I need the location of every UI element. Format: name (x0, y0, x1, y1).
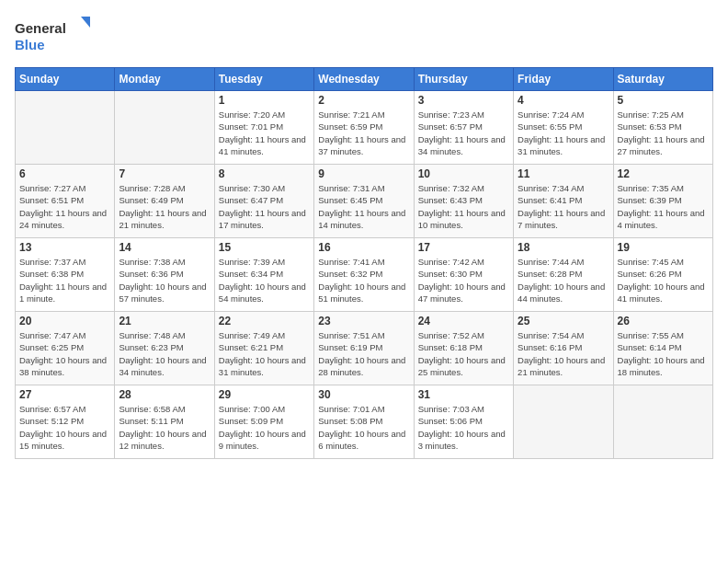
day-info: Sunrise: 7:48 AMSunset: 6:23 PMDaylight:… (119, 329, 210, 378)
day-number: 7 (119, 167, 210, 180)
day-info: Sunrise: 7:52 AMSunset: 6:18 PMDaylight:… (418, 329, 509, 378)
svg-marker-1 (81, 17, 90, 28)
day-info: Sunrise: 7:03 AMSunset: 5:06 PMDaylight:… (418, 403, 509, 452)
calendar-cell: 20 Sunrise: 7:47 AMSunset: 6:25 PMDaylig… (16, 312, 115, 385)
calendar-cell: 1 Sunrise: 7:20 AMSunset: 7:01 PMDayligh… (214, 91, 313, 165)
day-info: Sunrise: 7:32 AMSunset: 6:43 PMDaylight:… (418, 182, 509, 231)
day-info: Sunrise: 6:58 AMSunset: 5:11 PMDaylight:… (119, 403, 210, 452)
calendar-cell (115, 91, 214, 165)
day-number: 28 (119, 388, 210, 401)
day-number: 25 (518, 315, 609, 327)
calendar-cell: 12 Sunrise: 7:35 AMSunset: 6:39 PMDaylig… (613, 165, 712, 238)
day-number: 22 (219, 315, 310, 327)
header-row: SundayMondayTuesdayWednesdayThursdayFrid… (16, 68, 713, 91)
day-info: Sunrise: 6:57 AMSunset: 5:12 PMDaylight:… (19, 403, 110, 452)
calendar-cell: 2 Sunrise: 7:21 AMSunset: 6:59 PMDayligh… (314, 91, 414, 165)
day-info: Sunrise: 7:55 AMSunset: 6:14 PMDaylight:… (618, 329, 709, 378)
day-info: Sunrise: 7:00 AMSunset: 5:09 PMDaylight:… (219, 403, 310, 452)
calendar-cell: 21 Sunrise: 7:48 AMSunset: 6:23 PMDaylig… (115, 312, 214, 385)
day-info: Sunrise: 7:24 AMSunset: 6:55 PMDaylight:… (518, 109, 609, 157)
day-number: 10 (418, 167, 509, 180)
day-info: Sunrise: 7:28 AMSunset: 6:49 PMDaylight:… (119, 182, 210, 231)
calendar-cell: 3 Sunrise: 7:23 AMSunset: 6:57 PMDayligh… (414, 91, 513, 165)
col-header-wednesday: Wednesday (314, 68, 414, 91)
calendar-cell: 28 Sunrise: 6:58 AMSunset: 5:11 PMDaylig… (115, 385, 214, 459)
calendar-cell (613, 385, 712, 459)
day-number: 12 (618, 167, 709, 180)
day-info: Sunrise: 7:30 AMSunset: 6:47 PMDaylight:… (219, 182, 310, 231)
day-info: Sunrise: 7:47 AMSunset: 6:25 PMDaylight:… (19, 329, 110, 378)
day-info: Sunrise: 7:54 AMSunset: 6:16 PMDaylight:… (518, 329, 609, 378)
day-number: 2 (318, 94, 409, 107)
day-number: 16 (318, 241, 409, 254)
day-info: Sunrise: 7:45 AMSunset: 6:26 PMDaylight:… (618, 256, 709, 304)
day-number: 17 (418, 241, 509, 254)
day-number: 5 (618, 94, 709, 107)
day-info: Sunrise: 7:41 AMSunset: 6:32 PMDaylight:… (318, 256, 409, 304)
col-header-monday: Monday (115, 68, 214, 91)
day-info: Sunrise: 7:23 AMSunset: 6:57 PMDaylight:… (418, 109, 509, 157)
day-number: 30 (318, 388, 409, 401)
day-info: Sunrise: 7:35 AMSunset: 6:39 PMDaylight:… (618, 182, 709, 231)
calendar-cell: 14 Sunrise: 7:38 AMSunset: 6:36 PMDaylig… (115, 238, 214, 312)
calendar-cell: 8 Sunrise: 7:30 AMSunset: 6:47 PMDayligh… (214, 165, 313, 238)
calendar-row-2: 6 Sunrise: 7:27 AMSunset: 6:51 PMDayligh… (16, 165, 713, 238)
day-number: 14 (119, 241, 210, 254)
calendar-cell (514, 385, 613, 459)
day-info: Sunrise: 7:27 AMSunset: 6:51 PMDaylight:… (19, 182, 110, 231)
calendar-cell: 19 Sunrise: 7:45 AMSunset: 6:26 PMDaylig… (613, 238, 712, 312)
day-info: Sunrise: 7:01 AMSunset: 5:08 PMDaylight:… (318, 403, 409, 452)
col-header-thursday: Thursday (414, 68, 513, 91)
calendar-row-3: 13 Sunrise: 7:37 AMSunset: 6:38 PMDaylig… (16, 238, 713, 312)
calendar-row-5: 27 Sunrise: 6:57 AMSunset: 5:12 PMDaylig… (16, 385, 713, 459)
calendar-cell: 15 Sunrise: 7:39 AMSunset: 6:34 PMDaylig… (214, 238, 313, 312)
day-number: 11 (518, 167, 609, 180)
calendar-cell: 13 Sunrise: 7:37 AMSunset: 6:38 PMDaylig… (16, 238, 115, 312)
calendar-cell: 10 Sunrise: 7:32 AMSunset: 6:43 PMDaylig… (414, 165, 513, 238)
col-header-sunday: Sunday (16, 68, 115, 91)
day-number: 9 (318, 167, 409, 180)
day-info: Sunrise: 7:51 AMSunset: 6:19 PMDaylight:… (318, 329, 409, 378)
day-info: Sunrise: 7:34 AMSunset: 6:41 PMDaylight:… (518, 182, 609, 231)
day-info: Sunrise: 7:44 AMSunset: 6:28 PMDaylight:… (518, 256, 609, 304)
day-info: Sunrise: 7:31 AMSunset: 6:45 PMDaylight:… (318, 182, 409, 231)
day-number: 23 (318, 315, 409, 327)
day-info: Sunrise: 7:25 AMSunset: 6:53 PMDaylight:… (618, 109, 709, 157)
col-header-saturday: Saturday (613, 68, 712, 91)
day-info: Sunrise: 7:42 AMSunset: 6:30 PMDaylight:… (418, 256, 509, 304)
calendar-cell: 18 Sunrise: 7:44 AMSunset: 6:28 PMDaylig… (514, 238, 613, 312)
calendar-cell: 4 Sunrise: 7:24 AMSunset: 6:55 PMDayligh… (514, 91, 613, 165)
day-number: 19 (618, 241, 709, 254)
day-info: Sunrise: 7:39 AMSunset: 6:34 PMDaylight:… (219, 256, 310, 304)
col-header-friday: Friday (514, 68, 613, 91)
day-number: 27 (19, 388, 110, 401)
logo: General Blue (15, 15, 97, 56)
day-number: 20 (19, 315, 110, 327)
day-info: Sunrise: 7:49 AMSunset: 6:21 PMDaylight:… (219, 329, 310, 378)
calendar-cell: 31 Sunrise: 7:03 AMSunset: 5:06 PMDaylig… (414, 385, 513, 459)
calendar-table: SundayMondayTuesdayWednesdayThursdayFrid… (15, 67, 713, 459)
calendar-cell: 6 Sunrise: 7:27 AMSunset: 6:51 PMDayligh… (16, 165, 115, 238)
day-number: 21 (119, 315, 210, 327)
calendar-cell: 30 Sunrise: 7:01 AMSunset: 5:08 PMDaylig… (314, 385, 414, 459)
calendar-cell: 23 Sunrise: 7:51 AMSunset: 6:19 PMDaylig… (314, 312, 414, 385)
calendar-cell (16, 91, 115, 165)
calendar-cell: 29 Sunrise: 7:00 AMSunset: 5:09 PMDaylig… (214, 385, 313, 459)
day-number: 24 (418, 315, 509, 327)
day-number: 4 (518, 94, 609, 107)
day-number: 31 (418, 388, 509, 401)
day-number: 15 (219, 241, 310, 254)
day-number: 8 (219, 167, 310, 180)
calendar-cell: 11 Sunrise: 7:34 AMSunset: 6:41 PMDaylig… (514, 165, 613, 238)
col-header-tuesday: Tuesday (214, 68, 313, 91)
calendar-cell: 9 Sunrise: 7:31 AMSunset: 6:45 PMDayligh… (314, 165, 414, 238)
day-number: 6 (19, 167, 110, 180)
calendar-row-1: 1 Sunrise: 7:20 AMSunset: 7:01 PMDayligh… (16, 91, 713, 165)
svg-text:General: General (15, 20, 66, 36)
calendar-cell: 25 Sunrise: 7:54 AMSunset: 6:16 PMDaylig… (514, 312, 613, 385)
calendar-cell: 22 Sunrise: 7:49 AMSunset: 6:21 PMDaylig… (214, 312, 313, 385)
calendar-cell: 27 Sunrise: 6:57 AMSunset: 5:12 PMDaylig… (16, 385, 115, 459)
header: General Blue (15, 15, 713, 56)
day-info: Sunrise: 7:38 AMSunset: 6:36 PMDaylight:… (119, 256, 210, 304)
day-number: 18 (518, 241, 609, 254)
